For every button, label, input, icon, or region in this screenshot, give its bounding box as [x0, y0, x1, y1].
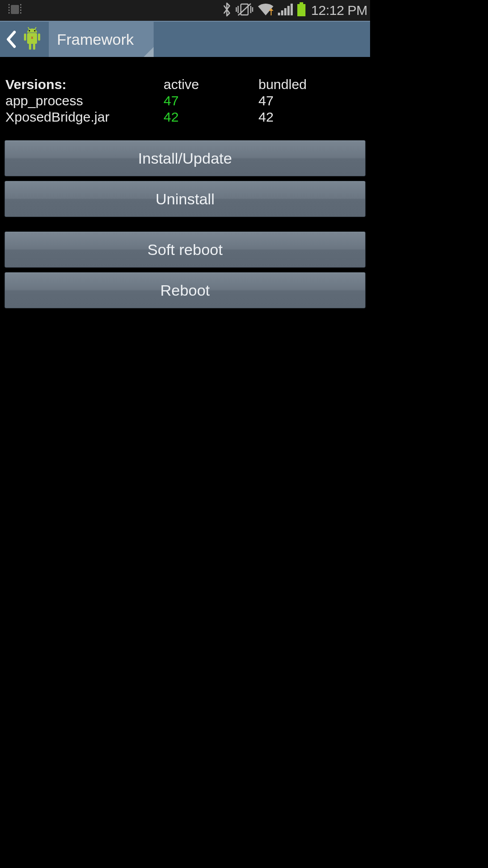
svg-text:x: x	[31, 35, 33, 40]
svg-rect-11	[300, 2, 303, 4]
wifi-icon	[257, 3, 274, 18]
svg-line-15	[28, 27, 29, 29]
back-button[interactable]: x	[0, 22, 47, 57]
svg-rect-12	[297, 4, 305, 16]
versions-table: Versions: active bundled app_process 47 …	[5, 77, 366, 136]
status-left	[7, 2, 23, 19]
status-right: 12:12 PM	[222, 2, 367, 19]
svg-rect-20	[29, 43, 31, 50]
svg-rect-9	[287, 6, 290, 15]
reboot-button[interactable]: Reboot	[5, 272, 366, 308]
install-button-group: Install/Update Uninstall	[5, 140, 366, 217]
button-label: Soft reboot	[147, 241, 222, 259]
notification-icon	[7, 2, 23, 19]
row-name: XposedBridge.jar	[5, 109, 164, 125]
row-active: 47	[164, 93, 258, 108]
svg-rect-8	[284, 8, 286, 15]
svg-rect-10	[291, 4, 293, 15]
svg-rect-6	[278, 13, 280, 15]
svg-rect-21	[33, 43, 35, 50]
row-name: app_process	[5, 93, 164, 108]
signal-icon	[278, 3, 293, 18]
col-active-header: active	[164, 77, 258, 92]
status-bar: 12:12 PM	[0, 0, 370, 21]
chevron-left-icon	[5, 30, 17, 48]
versions-header: Versions:	[5, 77, 164, 92]
svg-rect-7	[281, 10, 283, 15]
col-bundled-header: bundled	[258, 77, 365, 92]
tab-framework[interactable]: Framework	[49, 22, 154, 57]
row-bundled: 42	[258, 109, 365, 125]
row-bundled: 47	[258, 93, 365, 108]
page-title: Framework	[57, 31, 134, 48]
svg-rect-19	[38, 33, 40, 41]
action-bar: x Framework	[0, 21, 370, 57]
battery-icon	[297, 2, 306, 19]
soft-reboot-button[interactable]: Soft reboot	[5, 231, 366, 268]
reboot-button-group: Soft reboot Reboot	[5, 231, 366, 308]
svg-rect-2	[11, 5, 19, 14]
bluetooth-icon	[222, 2, 232, 19]
install-update-button[interactable]: Install/Update	[5, 140, 366, 176]
svg-line-4	[238, 4, 251, 15]
row-active: 42	[164, 109, 258, 125]
button-label: Install/Update	[138, 150, 232, 167]
android-robot-icon: x	[22, 27, 42, 52]
svg-rect-18	[24, 33, 26, 41]
spinner-indicator-icon	[144, 47, 154, 57]
uninstall-button[interactable]: Uninstall	[5, 181, 366, 217]
content: Versions: active bundled app_process 47 …	[0, 57, 370, 308]
svg-point-14	[34, 30, 35, 31]
svg-point-13	[28, 30, 30, 31]
svg-line-16	[35, 27, 36, 29]
button-label: Uninstall	[155, 190, 214, 208]
button-label: Reboot	[160, 282, 210, 299]
status-clock: 12:12 PM	[311, 3, 367, 18]
vibrate-icon	[235, 2, 253, 19]
